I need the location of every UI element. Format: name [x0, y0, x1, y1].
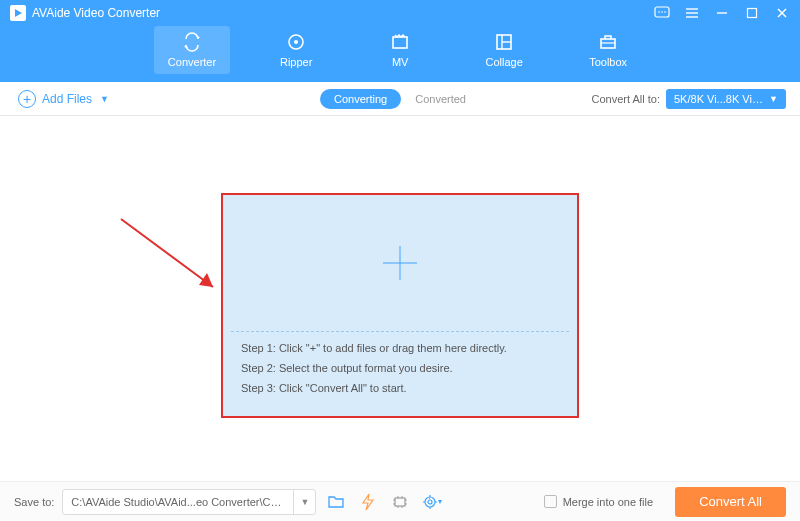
settings-icon[interactable]: ▾: [420, 490, 444, 514]
plus-circle-icon: +: [18, 90, 36, 108]
dropzone[interactable]: Step 1: Click "+" to add files or drag t…: [221, 193, 579, 418]
svg-marker-24: [363, 494, 373, 510]
convert-all-to-label: Convert All to:: [592, 93, 660, 105]
checkbox-icon: [544, 495, 557, 508]
merge-checkbox[interactable]: Merge into one file: [544, 495, 654, 508]
svg-point-2: [658, 11, 660, 13]
svg-marker-0: [15, 9, 22, 17]
tab-converting[interactable]: Converting: [320, 89, 401, 109]
footer: Save to: C:\AVAide Studio\AVAid...eo Con…: [0, 481, 800, 521]
nav-mv[interactable]: MV: [362, 26, 438, 74]
nav-converter[interactable]: Converter: [154, 26, 230, 74]
add-files-plus-area[interactable]: [223, 195, 577, 331]
plus-icon: [383, 246, 417, 280]
svg-point-15: [294, 40, 298, 44]
svg-point-4: [664, 11, 666, 13]
minimize-button[interactable]: [714, 5, 730, 21]
gpu-icon[interactable]: [388, 490, 412, 514]
nav-label: Converter: [168, 56, 216, 68]
open-folder-icon[interactable]: [324, 490, 348, 514]
close-button[interactable]: [774, 5, 790, 21]
mv-icon: [390, 32, 410, 52]
svg-point-35: [428, 500, 432, 504]
feedback-icon[interactable]: [654, 5, 670, 21]
step-text: Step 3: Click "Convert All" to start.: [241, 382, 559, 394]
svg-rect-9: [748, 9, 757, 18]
ripper-icon: [286, 32, 306, 52]
nav-label: MV: [392, 56, 409, 68]
nav-label: Toolbox: [589, 56, 627, 68]
toolbox-icon: [598, 32, 618, 52]
step-text: Step 2: Select the output format you des…: [241, 362, 559, 374]
tab-converted[interactable]: Converted: [401, 89, 480, 109]
nav-label: Collage: [485, 56, 522, 68]
instruction-steps: Step 1: Click "+" to add files or drag t…: [223, 332, 577, 404]
app-logo: [10, 5, 26, 21]
step-text: Step 1: Click "+" to add files or drag t…: [241, 342, 559, 354]
nav-toolbox[interactable]: Toolbox: [570, 26, 646, 74]
chevron-down-icon: ▼: [100, 94, 109, 104]
menu-icon[interactable]: [684, 5, 700, 21]
save-path-value: C:\AVAide Studio\AVAid...eo Converter\Co…: [63, 496, 293, 508]
nav-ripper[interactable]: Ripper: [258, 26, 334, 74]
save-to-label: Save to:: [14, 496, 54, 508]
convert-all-button[interactable]: Convert All: [675, 487, 786, 517]
app-title: AVAide Video Converter: [32, 6, 654, 20]
maximize-button[interactable]: [744, 5, 760, 21]
save-path-field[interactable]: C:\AVAide Studio\AVAid...eo Converter\Co…: [62, 489, 316, 515]
svg-line-22: [121, 219, 213, 287]
path-dropdown[interactable]: ▼: [293, 490, 315, 514]
svg-point-3: [661, 11, 663, 13]
svg-marker-23: [199, 273, 213, 287]
merge-label: Merge into one file: [563, 496, 654, 508]
main-area: Step 1: Click "+" to add files or drag t…: [0, 116, 800, 481]
annotation-arrow: [113, 211, 233, 321]
nav-label: Ripper: [280, 56, 312, 68]
add-files-button[interactable]: + Add Files ▼: [18, 90, 109, 108]
converter-icon: [182, 32, 202, 52]
output-format-value: 5K/8K Vi...8K Videc: [674, 93, 763, 105]
output-format-select[interactable]: 5K/8K Vi...8K Videc ▼: [666, 89, 786, 109]
svg-rect-25: [395, 498, 405, 506]
nav-collage[interactable]: Collage: [466, 26, 542, 74]
svg-rect-16: [393, 37, 407, 48]
chevron-down-icon: ▼: [769, 94, 778, 104]
subbar: + Add Files ▼ Converting Converted Conve…: [0, 82, 800, 116]
add-files-label: Add Files: [42, 92, 92, 106]
speed-icon[interactable]: [356, 490, 380, 514]
collage-icon: [494, 32, 514, 52]
